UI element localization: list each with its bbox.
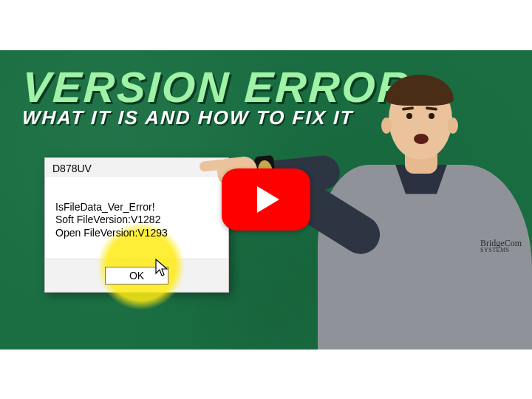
presenter-mouth bbox=[414, 134, 429, 144]
video-thumbnail[interactable]: VERSION ERROR WHAT IT IS AND HOW TO FIX … bbox=[0, 50, 532, 349]
shirt-logo-bottom: SYSTEMS bbox=[480, 248, 522, 253]
presenter-eye-right bbox=[429, 113, 434, 119]
ok-button[interactable]: OK bbox=[105, 267, 168, 284]
play-icon bbox=[257, 186, 279, 213]
error-line-2: Soft FileVersion:V1282 bbox=[55, 214, 218, 227]
presenter: BridgeCom SYSTEMS bbox=[288, 83, 532, 349]
presenter-eye-left bbox=[406, 113, 412, 119]
dialog-footer: OK bbox=[45, 259, 228, 292]
shirt-logo: BridgeCom SYSTEMS bbox=[480, 239, 522, 253]
dialog-body: IsFileData_Ver_Error! Soft FileVersion:V… bbox=[45, 177, 228, 259]
presenter-ear-right bbox=[448, 117, 458, 134]
error-line-3: Open FileVersion:V1293 bbox=[55, 227, 218, 240]
error-dialog: D878UV IsFileData_Ver_Error! Soft FileVe… bbox=[44, 157, 229, 293]
error-line-1: IsFileData_Ver_Error! bbox=[55, 201, 218, 214]
play-button[interactable] bbox=[222, 168, 310, 231]
presenter-ear-left bbox=[381, 117, 392, 134]
